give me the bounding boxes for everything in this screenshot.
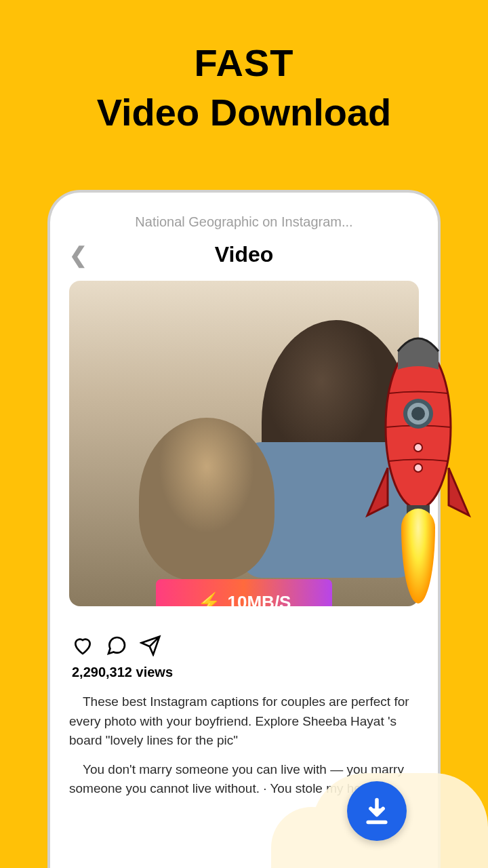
comment-button[interactable] bbox=[106, 635, 127, 659]
lightning-icon: ⚡ bbox=[197, 591, 221, 607]
hero-title: FAST Video Download bbox=[0, 0, 488, 134]
download-button[interactable] bbox=[347, 781, 407, 841]
photo-figure bbox=[139, 418, 274, 580]
rocket-icon bbox=[361, 332, 476, 604]
hero-line2: Video Download bbox=[0, 90, 488, 134]
caption-p1: These best Instagram captions for couple… bbox=[69, 692, 419, 751]
svg-point-6 bbox=[414, 464, 422, 472]
action-row bbox=[69, 635, 419, 659]
header-row: ❮ Video bbox=[69, 242, 419, 267]
share-button[interactable] bbox=[140, 635, 161, 659]
send-icon bbox=[140, 635, 161, 656]
chevron-left-icon: ❮ bbox=[69, 243, 87, 267]
speed-badge: ⚡ 10MB/S bbox=[156, 579, 332, 606]
hero-line1: FAST bbox=[0, 41, 488, 85]
subtitle: National Geographic on Instagram... bbox=[69, 214, 419, 230]
speed-text: 10MB/S bbox=[228, 592, 291, 607]
like-button[interactable] bbox=[72, 635, 94, 659]
views-count: 2,290,312 views bbox=[69, 665, 419, 680]
download-icon bbox=[362, 796, 392, 826]
heart-icon bbox=[72, 635, 94, 656]
svg-point-5 bbox=[414, 443, 422, 452]
svg-point-4 bbox=[411, 407, 425, 420]
comment-icon bbox=[106, 635, 127, 656]
back-button[interactable]: ❮ bbox=[69, 242, 87, 268]
page-title: Video bbox=[69, 242, 419, 267]
